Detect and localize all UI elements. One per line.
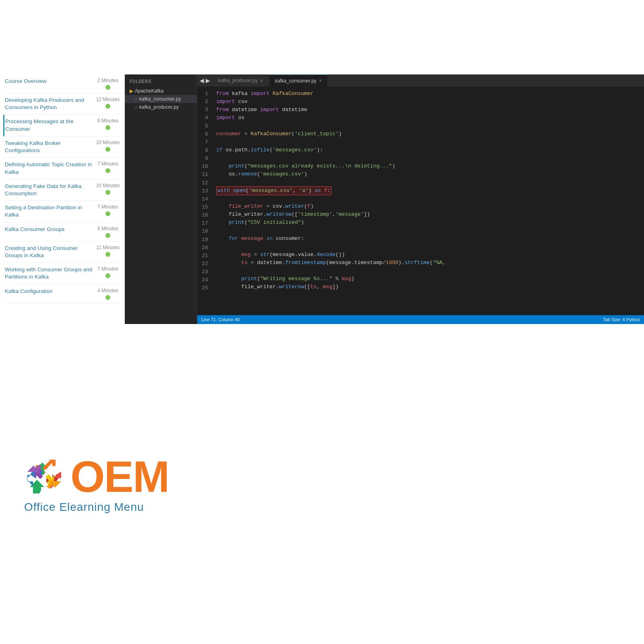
tab-producer-label: kafka_producer.py	[218, 78, 258, 83]
code-line-12	[216, 178, 639, 186]
editor-container: FOLDERS ▶ ApacheKafka ⊹ kafka_consumer.p…	[125, 74, 644, 324]
code-line-20	[216, 243, 639, 251]
sidebar-item-label-0: Course Overview	[5, 78, 96, 85]
sidebar-item-7[interactable]: Kafka Consumer Groups6 Minutes	[3, 223, 122, 242]
sidebar: Course Overview2 MinutesDeveloping Kafka…	[0, 74, 125, 324]
file-producer-label: kafka_producer.py	[139, 104, 179, 110]
code-line-23	[216, 267, 639, 275]
sidebar-item-label-7: Kafka Consumer Groups	[5, 226, 96, 233]
top-white-area	[0, 0, 644, 74]
code-line-13: with open('messages.csv', 'a') as f:	[216, 186, 639, 194]
file-item-producer[interactable]: ⊹ kafka_producer.py	[125, 103, 197, 111]
sidebar-item-3[interactable]: Tweaking Kafka Broker Configurations10 M…	[3, 136, 122, 158]
sidebar-item-dot-5	[105, 190, 110, 195]
code-line-21: msg = str(message.value.decode())	[216, 251, 639, 259]
sidebar-item-0[interactable]: Course Overview2 Minutes	[3, 74, 122, 93]
code-line-10: print("messages.csv already exists...\n …	[216, 162, 639, 170]
sidebar-item-minutes-6: 7 Minutes	[97, 204, 118, 210]
sidebar-item-label-2: Processing Messages at the Consumer	[5, 118, 96, 132]
code-line-24: print("Writing message %s..." % msg)	[216, 275, 639, 283]
sidebar-item-label-5: Generating Fake Data for Kafka Consumpti…	[5, 183, 96, 197]
code-line-22: ts = datetime.fromtimestamp(message.time…	[216, 259, 639, 267]
sidebar-item-minutes-1: 12 Minutes	[96, 97, 120, 102]
sidebar-item-1[interactable]: Developing Kafka Producers and Consumers…	[3, 93, 122, 115]
nav-arrows[interactable]: ◀ ▶	[197, 74, 213, 87]
sidebar-item-6[interactable]: Setting a Destination Partition in Kafka…	[3, 201, 122, 222]
content-row: Course Overview2 MinutesDeveloping Kafka…	[0, 74, 644, 324]
file-py-icon: ⊹	[134, 97, 138, 101]
sidebar-item-minutes-9: 7 Minutes	[97, 266, 118, 272]
code-line-25: file_writer.writerow([ts, msg])	[216, 283, 639, 291]
tab-consumer-label: kafka_consumer.py	[275, 78, 316, 84]
sidebar-item-label-1: Developing Kafka Producers and Consumers…	[5, 97, 96, 111]
sidebar-item-minutes-0: 2 Minutes	[97, 78, 118, 83]
code-body: 12345 678910 1112131415 1617181920 21222…	[197, 87, 644, 315]
sidebar-item-dot-4	[105, 168, 110, 173]
code-line-3: from datetime import datetime	[216, 106, 639, 114]
tab-producer-close[interactable]: ✕	[260, 78, 263, 83]
code-line-11: os.remove('messages.csv')	[216, 170, 639, 178]
svg-marker-3	[27, 472, 34, 486]
status-right: Tab Size: 4 Python	[603, 317, 640, 322]
code-line-6: consumer = KafkaConsumer('client_topic')	[216, 130, 639, 138]
folder-item[interactable]: ▶ ApacheKafka	[125, 87, 197, 95]
sidebar-item-label-9: Working with Consumer Groups and Partiti…	[5, 266, 96, 281]
sidebar-item-4[interactable]: Defining Automatic Topic Creation in Kaf…	[3, 158, 122, 179]
main-container: Course Overview2 MinutesDeveloping Kafka…	[0, 0, 644, 644]
oem-logo: OEM Office Elearning Menu	[24, 454, 169, 514]
sidebar-item-dot-0	[105, 85, 110, 90]
tab-producer[interactable]: kafka_producer.py ✕	[213, 74, 269, 87]
sidebar-item-dot-9	[105, 273, 110, 278]
sidebar-item-10[interactable]: Kafka Configuration4 Minutes	[3, 285, 122, 303]
line-numbers: 12345 678910 1112131415 1617181920 21222…	[197, 87, 211, 315]
code-editor: ◀ ▶ kafka_producer.py ✕ kafka_consumer.p…	[197, 74, 644, 324]
folders-label: FOLDERS	[125, 78, 197, 87]
sidebar-item-minutes-3: 10 Minutes	[96, 140, 120, 145]
sidebar-item-label-6: Setting a Destination Partition in Kafka	[5, 204, 96, 219]
sidebar-item-label-3: Tweaking Kafka Broker Configurations	[5, 140, 96, 154]
code-line-5	[216, 122, 639, 130]
sidebar-item-dot-10	[105, 295, 110, 300]
sidebar-item-dot-6	[105, 211, 110, 216]
tab-consumer[interactable]: kafka_consumer.py ✕	[269, 74, 328, 87]
sidebar-item-2[interactable]: Processing Messages at the Consumer6 Min…	[3, 115, 122, 136]
sidebar-item-label-4: Defining Automatic Topic Creation in Kaf…	[5, 161, 96, 175]
file-item-consumer[interactable]: ⊹ kafka_consumer.py	[125, 95, 197, 103]
file-explorer: FOLDERS ▶ ApacheKafka ⊹ kafka_consumer.p…	[125, 74, 197, 324]
sidebar-item-8[interactable]: Creating and Using Consumer Groups in Ka…	[3, 242, 122, 263]
code-line-14	[216, 194, 639, 202]
file-consumer-label: kafka_consumer.py	[139, 96, 181, 102]
sidebar-item-dot-7	[105, 233, 110, 238]
video-area: FOLDERS ▶ ApacheKafka ⊹ kafka_consumer.p…	[125, 74, 644, 324]
code-line-4: import os	[216, 114, 639, 122]
sidebar-item-9[interactable]: Working with Consumer Groups and Partiti…	[3, 263, 122, 284]
sidebar-item-dot-8	[105, 252, 110, 257]
editor-tabs: ◀ ▶ kafka_producer.py ✕ kafka_consumer.p…	[197, 74, 644, 87]
folder-icon: ▶	[130, 88, 133, 94]
code-line-19: for message in consumer:	[216, 235, 639, 243]
status-bar: Line 71, Column 40 Tab Size: 4 Python	[197, 315, 644, 324]
sidebar-item-minutes-2: 6 Minutes	[97, 118, 118, 124]
sidebar-item-label-10: Kafka Configuration	[5, 288, 96, 295]
code-line-7	[216, 138, 639, 146]
folder-name: ApacheKafka	[135, 88, 163, 94]
sidebar-item-dot-2	[105, 125, 110, 130]
sidebar-item-minutes-7: 6 Minutes	[97, 226, 118, 231]
tab-consumer-close[interactable]: ✕	[319, 78, 322, 83]
code-content: from kafka import KafkaConsumer import c…	[211, 87, 644, 315]
oem-subtitle: Office Elearning Menu	[24, 501, 144, 514]
sidebar-item-minutes-4: 7 Minutes	[97, 161, 118, 167]
code-line-17: print("CSV initialised")	[216, 219, 639, 227]
oem-logo-text: OEM	[70, 454, 169, 499]
sidebar-item-5[interactable]: Generating Fake Data for Kafka Consumpti…	[3, 180, 122, 201]
code-line-1: from kafka import KafkaConsumer	[216, 90, 639, 98]
sidebar-item-minutes-8: 11 Minutes	[96, 245, 120, 250]
oem-icon	[24, 456, 64, 497]
sidebar-item-dot-1	[105, 104, 110, 109]
sidebar-item-minutes-5: 10 Minutes	[96, 183, 120, 188]
file-py-icon-2: ⊹	[134, 105, 138, 109]
sidebar-item-dot-3	[105, 147, 110, 152]
code-line-15: file_writer = csv.writer(f)	[216, 202, 639, 211]
oem-logo-row: OEM	[24, 454, 169, 499]
sidebar-item-minutes-10: 4 Minutes	[97, 288, 118, 293]
